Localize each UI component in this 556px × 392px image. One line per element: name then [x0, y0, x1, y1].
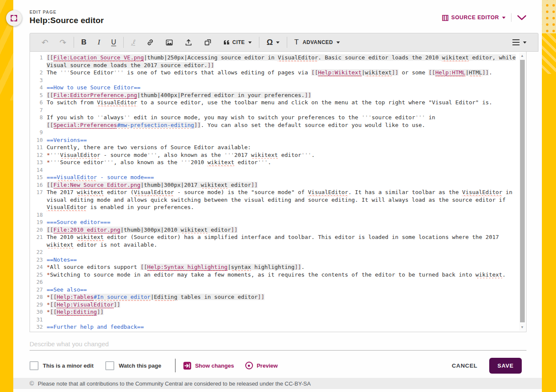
code-row[interactable]: 25*Switching to source mode in an editor…	[30, 271, 519, 279]
redo-button[interactable]: ↷	[54, 33, 72, 51]
save-button[interactable]: SAVE	[489, 358, 522, 374]
expand-button[interactable]	[6, 10, 22, 26]
code-row[interactable]: 12*'''VisualEditor - source mode''', als…	[30, 151, 519, 159]
code-segment: [[	[140, 264, 147, 270]
code-segment: Help:Editing	[56, 309, 97, 315]
special-characters-button[interactable]: Ω	[261, 33, 285, 51]
code-row[interactable]: 19===Source editor===	[30, 218, 519, 226]
scrollbar-thumb[interactable]	[520, 60, 525, 322]
code-row[interactable]: 27==See also==	[30, 286, 519, 294]
line-number: 30	[30, 308, 43, 316]
code-row[interactable]: 23==Notes==	[30, 256, 519, 264]
advanced-button[interactable]: T ADVANCED	[289, 33, 346, 51]
scroll-up-button[interactable]: ▲	[519, 53, 525, 59]
code-segment: Special:Preferences	[54, 122, 117, 129]
code-segment: ==Versions==	[47, 137, 87, 143]
code-row[interactable]: 26	[30, 278, 519, 286]
code-row[interactable]: 15===VisualEditor - source mode===	[30, 174, 519, 181]
code-segment: Help:VisualEditor	[56, 301, 113, 308]
italic-button[interactable]: I	[92, 33, 106, 51]
code-line: The 2017 wikitext editor (VisualEditor -…	[47, 189, 519, 196]
code-row[interactable]: 29*[[Help:VisualEditor]]	[30, 301, 519, 309]
code-row[interactable]: 8If you wish to ''always'' edit in sourc…	[30, 114, 519, 121]
code-row[interactable]: visual editing mode and allows quick swi…	[30, 196, 519, 204]
template-icon	[204, 38, 212, 47]
code-row[interactable]: 4==How to use Source Editor==	[30, 84, 519, 91]
preview-button[interactable]: Preview	[245, 362, 278, 369]
code-row[interactable]: 17The 2017 wikitext editor (VisualEditor…	[30, 189, 519, 196]
code-segment: VisualEditor	[134, 189, 174, 195]
code-row[interactable]: 28*[[Help:Tables#In source editor|Editin…	[30, 293, 519, 301]
code-segment: ===	[47, 174, 56, 180]
code-row[interactable]: 11Currently, there are two versions of S…	[30, 144, 519, 151]
code-row[interactable]: 14	[30, 166, 519, 174]
insert-image-button[interactable]	[160, 33, 179, 51]
code-row[interactable]: wikitext editor is not available.	[30, 241, 519, 249]
code-segment: highlighting	[251, 264, 294, 270]
collapse-editor-button[interactable]	[517, 15, 526, 21]
bold-button[interactable]: B	[76, 33, 92, 51]
code-segment: '''	[362, 114, 372, 121]
line-number: 20	[30, 226, 43, 234]
scroll-down-button[interactable]: ▼	[519, 324, 525, 330]
code-row[interactable]: 1[[File:Location Source VE.png|thumb|250…	[30, 54, 519, 62]
license-footer: © Please note that all contributions to …	[13, 378, 542, 389]
code-row[interactable]: 18	[30, 211, 519, 219]
code-row[interactable]: 32==Further help and feedback==	[30, 323, 519, 331]
link-button[interactable]	[141, 33, 160, 51]
show-changes-button[interactable]: Show changes	[183, 362, 234, 370]
insert-template-button[interactable]	[198, 33, 217, 51]
editor-mode-switcher[interactable]: [[]] SOURCE EDITOR	[442, 14, 505, 21]
code-row[interactable]: 21The 2010 wikitext editor (Source edito…	[30, 233, 519, 241]
signature-button[interactable]: xℓ	[125, 33, 140, 51]
code-segment: [[	[50, 294, 57, 300]
code-row[interactable]: 22	[30, 248, 519, 256]
code-segment: 2017	[234, 152, 251, 158]
upload-button[interactable]	[179, 33, 198, 51]
code-row[interactable]: 16[[File:New Source Editor.png|thumb|300…	[30, 181, 519, 189]
code-row[interactable]: 30*[[Help:Editing]]	[30, 308, 519, 316]
code-segment: '''	[181, 159, 190, 165]
code-segment: [[	[47, 182, 54, 188]
minor-edit-checkbox[interactable]: This is a minor edit	[30, 361, 93, 370]
code-segment: *	[47, 294, 50, 300]
code-segment: ''	[97, 114, 104, 121]
left-gold-strip	[0, 0, 13, 392]
dots-pattern	[542, 0, 556, 33]
code-row[interactable]: 3	[30, 77, 519, 84]
line-number: 23	[30, 256, 43, 264]
code-row[interactable]: 20[[File:2010 editor.png|thumb|300px|201…	[30, 226, 519, 234]
underline-button[interactable]: U	[106, 33, 122, 51]
line-number: 14	[30, 166, 43, 174]
watch-page-checkbox[interactable]: Watch this page	[105, 361, 161, 370]
wikitext-editor[interactable]: 1[[File:Location Source VE.png|thumb|250…	[30, 52, 526, 332]
code-segment: .	[301, 264, 305, 270]
cancel-button[interactable]: CANCEL	[449, 362, 480, 369]
cite-button[interactable]: CITE	[217, 33, 257, 51]
code-row[interactable]: 13*'''Source editor''', also known as th…	[30, 159, 519, 166]
line-number: 12	[30, 151, 43, 159]
code-row[interactable]: Visual source mode loads the 2017 source…	[30, 62, 519, 69]
code-row[interactable]: 5[[File:EditorPreference.png|thumb|400px…	[30, 91, 519, 99]
code-segment: |thumb|250px|Accessing source editor in	[144, 54, 278, 61]
source-editor-lines[interactable]: 1[[File:Location Source VE.png|thumb|250…	[30, 54, 519, 332]
code-row[interactable]: [[Special:Preferences#mw-prefsection-edi…	[30, 121, 519, 129]
code-segment: wikitext	[442, 54, 469, 61]
undo-button[interactable]: ↶	[36, 33, 54, 51]
editor-mode-label: SOURCE EDITOR	[451, 15, 499, 21]
upload-icon	[184, 38, 193, 47]
code-row[interactable]: 10==Versions==	[30, 136, 519, 144]
code-row[interactable]: VisualEditor is enabled in your preferen…	[30, 203, 519, 211]
code-segment: editor	[278, 152, 301, 158]
code-row[interactable]: 7	[30, 106, 519, 114]
line-number	[30, 241, 43, 249]
code-row[interactable]: 2The '''Source Editor''' is one of two e…	[30, 69, 519, 77]
toolbar-menu-button[interactable]	[507, 33, 532, 51]
edit-summary-input[interactable]	[30, 337, 526, 351]
code-segment: is enabled in your preferences.	[87, 204, 194, 210]
checkbox-icon	[30, 361, 39, 370]
code-row[interactable]: 9	[30, 129, 519, 136]
code-row[interactable]: 24*All source editors support [[Help:Syn…	[30, 263, 519, 271]
code-row[interactable]: 6To switch from VisualEditor to a source…	[30, 99, 519, 106]
code-row[interactable]: 31	[30, 316, 519, 324]
